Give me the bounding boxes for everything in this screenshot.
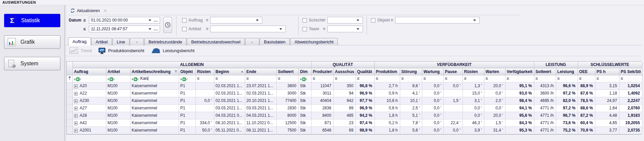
expand-row-icon[interactable]: +	[74, 129, 78, 133]
filter-cell-artikel[interactable]: aBc	[106, 75, 130, 82]
table-row[interactable]: +A28M100KaisersemmelP104.03.2021 0...04.…	[67, 112, 642, 119]
cell[interactable]: 1,4092	[619, 90, 642, 97]
cell[interactable]: Stk	[299, 112, 311, 119]
cell[interactable]: 0,0 '	[463, 112, 484, 119]
cell[interactable]: 2,2247	[619, 97, 642, 104]
cell[interactable]: 04.03.2021 0...	[214, 112, 245, 119]
cell[interactable]: 08.10.2021 1...	[214, 119, 245, 127]
cell[interactable]: 87,2 %	[578, 112, 595, 119]
cell[interactable]: 3,1 '	[463, 97, 484, 104]
cell[interactable]: 96,6 %	[556, 82, 578, 90]
cell[interactable]: 2830	[276, 104, 299, 112]
cell[interactable]: P1	[179, 112, 196, 119]
cell[interactable]: P1	[179, 97, 196, 104]
column-header-ausschuss[interactable]: Ausschuss	[333, 68, 356, 75]
cell[interactable]: Kaisersemmel	[130, 82, 179, 90]
cell[interactable]: 0,0 '	[422, 119, 443, 127]
cell[interactable]: 12500	[276, 119, 299, 127]
cell[interactable]: 46,3 '	[463, 119, 484, 127]
filter-cell-produktion[interactable]: =	[374, 75, 400, 82]
cell[interactable]: +A28	[72, 112, 106, 119]
tab-betriebszustandswechsel[interactable]: Betriebszustandswechsel	[187, 38, 245, 45]
tab-abweichungsbericht[interactable]: Abweichungsbericht	[290, 38, 338, 45]
filter-cell-dim[interactable]: aBc	[299, 75, 311, 82]
objekt-checkbox[interactable]	[371, 18, 375, 23]
cell[interactable]: 60,4 %	[578, 119, 595, 127]
table-row[interactable]: +A20M100KaisersemmelP102.03.2021 1...23.…	[67, 82, 642, 90]
text-filter-icon[interactable]: aBc	[108, 77, 115, 81]
cell[interactable]: 82,0 %	[556, 97, 578, 104]
cell[interactable]: 97,2 %	[556, 90, 578, 97]
tab-auftrag[interactable]: Auftrag	[68, 37, 91, 45]
cell[interactable]: 95,6 %	[505, 112, 534, 119]
filter-cell-auftrag[interactable]: aBc	[72, 75, 106, 82]
cell[interactable]: Stk	[299, 90, 311, 97]
cell[interactable]: 97,2 %	[556, 104, 578, 112]
cell[interactable]: 1,3 '	[463, 82, 484, 90]
cell[interactable]: Stk	[299, 97, 311, 104]
tab-artikel[interactable]: Artikel	[91, 38, 112, 45]
filter-cell-artikelbeschreibung[interactable]: aBcKais	[130, 75, 179, 82]
cell[interactable]: 03.03.2021 1...	[214, 104, 245, 112]
cell[interactable]: M100	[106, 119, 130, 127]
column-band-allgemein[interactable]: ALLGEMEIN	[72, 62, 311, 68]
column-header-pause[interactable]: Pause	[443, 68, 463, 75]
cell[interactable]: 334,0 '	[196, 119, 214, 127]
text-filter-icon[interactable]: aBc	[180, 77, 188, 81]
team-combobox[interactable]	[327, 26, 363, 32]
cell[interactable]: 10,1 '	[400, 97, 422, 104]
table-row[interactable]: +A27M100KaisersemmelP103.03.2021 1...03.…	[67, 104, 642, 112]
cell[interactable]: 02.03.2021 1...	[214, 82, 245, 90]
cell[interactable]: 88,6 %	[578, 104, 595, 112]
cell[interactable]	[196, 112, 214, 119]
refresh-button[interactable]: Aktualisieren	[70, 8, 100, 13]
cell[interactable]: 04.03.2021 1...	[245, 112, 276, 119]
cell[interactable]: 942	[333, 97, 356, 104]
filter-cell-st-rung[interactable]: =	[400, 75, 422, 82]
column-header-produziert[interactable]: Produziert	[311, 68, 333, 75]
chevron-down-icon[interactable]	[149, 28, 151, 30]
table-row[interactable]: +A2001M100KaisersemmelP150,0 '05.11.2021…	[67, 127, 642, 134]
cell[interactable]: Stk	[299, 119, 311, 127]
filter-cell-wartung[interactable]: =	[422, 75, 443, 82]
cell[interactable]: 0,0 '	[422, 97, 443, 104]
column-header-ps-h[interactable]: PS h	[595, 68, 619, 75]
cell[interactable]: M100	[106, 112, 130, 119]
cell[interactable]: 0,2 h	[374, 119, 400, 127]
cell[interactable]: 78,5 %	[578, 97, 595, 104]
column-header-auftrag[interactable]: Auftrag	[72, 68, 106, 75]
cell[interactable]: Kaisersemmel	[130, 104, 179, 112]
cell[interactable]: 0,0 '	[443, 127, 463, 134]
column-band-qualit-t[interactable]: QUALITÄT	[311, 62, 374, 68]
cell[interactable]: 1,0254	[619, 82, 642, 90]
ellipsis-button[interactable]: ...	[154, 27, 158, 31]
expand-row-icon[interactable]: +	[74, 114, 78, 118]
cell[interactable]: 97,4 %	[356, 119, 374, 127]
cell[interactable]: 5,6 '	[400, 127, 422, 134]
cell[interactable]: 7500	[276, 127, 299, 134]
cell[interactable]: 2836	[311, 104, 333, 112]
cell[interactable]: 8000	[276, 112, 299, 119]
column-header-objekt[interactable]: Objekt	[179, 68, 196, 75]
cell[interactable]: 75,2 %	[556, 127, 578, 134]
cell[interactable]: 02.03.2021 1...	[214, 97, 245, 104]
cell[interactable]: 95,3 %	[505, 127, 534, 134]
cell[interactable]: 24,97	[595, 97, 619, 104]
expand-row-icon[interactable]: +	[74, 121, 78, 125]
column-header-sollwert[interactable]: Sollwert	[534, 68, 556, 75]
filter-cell-r-sten[interactable]: =	[196, 75, 214, 82]
cell[interactable]: 0,0 '	[422, 127, 443, 134]
cell[interactable]: 02.03.2021 1...	[214, 90, 245, 97]
cell[interactable]: 20,0 '	[484, 112, 505, 119]
cell[interactable]: 0,0 '	[196, 97, 214, 104]
cell[interactable]: 0,0 '	[422, 112, 443, 119]
sidebar-item-grafik[interactable]: Grafik	[4, 35, 60, 49]
cell[interactable]: 19,2055	[619, 119, 642, 127]
cell[interactable]: 97,7 %	[356, 97, 374, 104]
filter-cell-objekt[interactable]: aBc	[179, 75, 196, 82]
expand-row-icon[interactable]: +	[74, 84, 78, 88]
cell[interactable]: 6546	[311, 127, 333, 134]
cell[interactable]: 10,6 h	[374, 97, 400, 104]
cell[interactable]: 11047	[311, 82, 333, 90]
cell[interactable]: 4771 /h	[534, 104, 556, 112]
